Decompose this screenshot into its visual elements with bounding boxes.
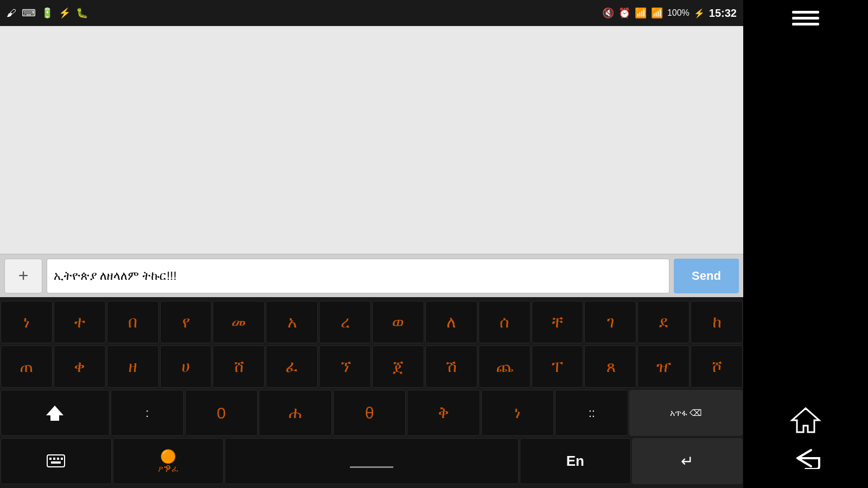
alarm-icon: ⏰ bbox=[618, 7, 630, 19]
ethio-emoji: 🟠 bbox=[160, 449, 176, 464]
key-ha[interactable]: ሀ bbox=[160, 345, 212, 388]
key-tse[interactable]: ጸ bbox=[584, 345, 636, 388]
send-button[interactable]: Send bbox=[674, 259, 739, 293]
keyboard-switch-key[interactable] bbox=[1, 438, 112, 484]
keyboard: ነ ተ በ የ መ አ ረ ወ ለ ሰ ቸ ገ ደ ከ ጠ ቀ ዘ ሀ ሸ ፈ … bbox=[0, 297, 743, 488]
signal-icon: 📶 bbox=[651, 7, 663, 19]
key-che[interactable]: ቸ bbox=[532, 301, 584, 343]
battery-icon: 🔋 bbox=[41, 7, 53, 19]
charging-icon: ⚡ bbox=[694, 8, 705, 18]
key-le[interactable]: ለ bbox=[425, 301, 477, 343]
key-ke[interactable]: ከ bbox=[691, 301, 743, 343]
keyboard-icon: ⌨ bbox=[22, 7, 36, 19]
key-she[interactable]: ሸ bbox=[213, 345, 265, 388]
en-key[interactable]: En bbox=[520, 438, 631, 484]
space-bar-visual bbox=[350, 455, 393, 468]
bug-icon: 🐛 bbox=[76, 7, 88, 19]
clock: 15:32 bbox=[709, 7, 737, 20]
key-ha2[interactable]: ሐ bbox=[259, 390, 332, 436]
svg-rect-5 bbox=[61, 458, 63, 460]
key-zero[interactable]: 0 bbox=[185, 390, 258, 436]
keyboard-row-1: ነ ተ በ የ መ አ ረ ወ ለ ሰ ቸ ገ ደ ከ bbox=[0, 300, 743, 344]
backspace-key[interactable]: አጥፋ ⌫ bbox=[629, 390, 743, 436]
key-je[interactable]: ጀ bbox=[372, 345, 424, 388]
usb-icon: ⚡ bbox=[59, 7, 71, 19]
text-input[interactable]: ኢትዮጵያ ለዘላለም ትኩር!!! bbox=[47, 259, 669, 293]
en-label: En bbox=[566, 453, 584, 470]
home-button[interactable] bbox=[787, 401, 825, 439]
backspace-label: አጥፋ bbox=[670, 408, 687, 418]
wifi-icon: 📶 bbox=[635, 7, 647, 19]
back-icon bbox=[789, 447, 822, 469]
key-re[interactable]: ረ bbox=[319, 301, 371, 343]
shift-icon bbox=[45, 403, 65, 423]
menu-bar-2 bbox=[792, 17, 819, 20]
backspace-icon: ⌫ bbox=[690, 408, 702, 418]
key-fe[interactable]: ፈ bbox=[266, 345, 318, 388]
svg-rect-6 bbox=[51, 461, 61, 464]
keyboard-row-3: : 0 ሐ θ ቅ ነ :: አጥፋ ⌫ bbox=[0, 389, 743, 436]
message-area bbox=[0, 26, 743, 254]
home-icon bbox=[789, 404, 822, 436]
menu-bar-1 bbox=[792, 11, 819, 14]
enter-icon: ↵ bbox=[681, 452, 693, 470]
key-ye[interactable]: የ bbox=[160, 301, 212, 343]
key-ge[interactable]: ገ bbox=[584, 301, 636, 343]
brush-icon: 🖌 bbox=[7, 8, 16, 19]
key-che2[interactable]: ጨ bbox=[478, 345, 531, 388]
key-zhe[interactable]: ዠ bbox=[637, 345, 690, 388]
key-pe[interactable]: ፐ bbox=[532, 345, 584, 388]
key-a[interactable]: አ bbox=[266, 301, 318, 343]
key-me[interactable]: መ bbox=[213, 301, 265, 343]
key-qe[interactable]: ቀ bbox=[54, 345, 106, 388]
key-we[interactable]: ወ bbox=[372, 301, 424, 343]
status-bar: 🖌 ⌨ 🔋 ⚡ 🐛 🔇 ⏰ 📶 📶 100% ⚡ 15:32 bbox=[0, 0, 743, 26]
enter-key[interactable]: ↵ bbox=[632, 438, 743, 484]
key-shi[interactable]: ሽ bbox=[425, 345, 477, 388]
svg-marker-7 bbox=[792, 408, 819, 432]
menu-bar-3 bbox=[792, 23, 819, 25]
right-sidebar bbox=[743, 0, 868, 488]
key-se[interactable]: ሰ bbox=[478, 301, 531, 343]
svg-rect-2 bbox=[49, 458, 52, 460]
mute-icon: 🔇 bbox=[602, 7, 614, 19]
status-right: 🔇 ⏰ 📶 📶 100% ⚡ 15:32 bbox=[602, 7, 737, 20]
svg-marker-0 bbox=[46, 406, 63, 421]
key-ne[interactable]: ነ bbox=[1, 301, 53, 343]
ethiopic-lang-key[interactable]: 🟠 ፆፇፈ bbox=[113, 438, 224, 484]
key-sho[interactable]: ሾ bbox=[691, 345, 743, 388]
key-de[interactable]: ደ bbox=[637, 301, 690, 343]
key-gn[interactable]: ኘ bbox=[319, 345, 371, 388]
ethio-text: ፆፇፈ bbox=[158, 464, 178, 474]
key-be[interactable]: በ bbox=[107, 301, 159, 343]
key-te2[interactable]: ጠ bbox=[1, 345, 53, 388]
key-theta[interactable]: θ bbox=[333, 390, 406, 436]
status-left: 🖌 ⌨ 🔋 ⚡ 🐛 bbox=[7, 7, 88, 19]
input-row: + ኢትዮጵያ ለዘላለም ትኩር!!! Send bbox=[0, 254, 743, 297]
key-double-colon[interactable]: :: bbox=[555, 390, 628, 436]
keyboard-icon-bottom bbox=[46, 454, 66, 469]
svg-rect-1 bbox=[47, 455, 65, 467]
add-button[interactable]: + bbox=[4, 259, 42, 293]
keyboard-row-4: 🟠 ፆፇፈ En ↵ bbox=[0, 438, 743, 485]
back-button[interactable] bbox=[787, 439, 825, 477]
svg-rect-3 bbox=[53, 458, 55, 460]
keyboard-row-2: ጠ ቀ ዘ ሀ ሸ ፈ ኘ ጀ ሽ ጨ ፐ ጸ ዠ ሾ bbox=[0, 345, 743, 388]
space-key[interactable] bbox=[225, 438, 519, 484]
key-te[interactable]: ተ bbox=[54, 301, 106, 343]
key-colon[interactable]: : bbox=[111, 390, 184, 436]
key-ze[interactable]: ዘ bbox=[107, 345, 159, 388]
battery-percent: 100% bbox=[667, 8, 690, 18]
svg-rect-4 bbox=[57, 458, 59, 460]
key-qi[interactable]: ቅ bbox=[407, 390, 480, 436]
menu-button[interactable] bbox=[792, 11, 819, 25]
key-ni[interactable]: ነ bbox=[481, 390, 554, 436]
shift-key[interactable] bbox=[1, 390, 110, 436]
